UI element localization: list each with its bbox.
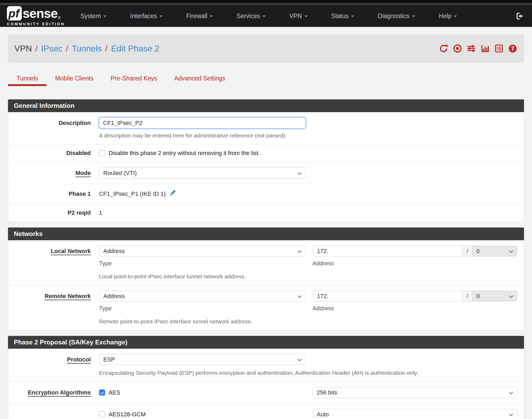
menu-label: System	[80, 13, 101, 20]
p2-reqid-label: P2 reqid	[8, 209, 91, 216]
page-content: VPN / IPsec / Tunnels / Edit Phase 2	[0, 27, 532, 419]
section-body-general: Description A description may be entered…	[8, 112, 524, 222]
chevron-down-icon	[351, 15, 354, 17]
stop-circle-icon[interactable]	[453, 44, 462, 53]
local-network-line: Address / 0	[99, 246, 517, 257]
remote-network-control: Address / 0 Type	[99, 291, 524, 325]
chevron-down-icon	[509, 412, 513, 416]
tab-mobile-clients[interactable]: Mobile Clients	[47, 73, 102, 86]
menu-services[interactable]: Services	[237, 13, 266, 20]
remote-network-address-input[interactable]	[313, 291, 463, 302]
local-network-address-input[interactable]	[313, 246, 463, 257]
menu-label: Diagnostics	[378, 13, 410, 20]
remote-network-line: Address / 0	[99, 291, 517, 302]
chevron-down-icon	[509, 249, 513, 253]
menu-firewall[interactable]: Firewall	[186, 13, 213, 20]
menu-label: Firewall	[186, 13, 207, 20]
section-networks: Networks Local Network Address /	[8, 227, 524, 330]
aes128-gcm-key-length-value: Auto	[317, 411, 329, 418]
pfsense-logo[interactable]: pf sense ® COMMUNITY EDITION	[7, 6, 65, 26]
breadcrumb-tunnels[interactable]: Tunnels	[72, 44, 102, 54]
sliders-icon[interactable]	[467, 44, 476, 53]
chevron-down-icon	[210, 15, 213, 17]
remote-network-label: Remote Network	[44, 293, 91, 300]
sign-out-icon[interactable]	[516, 12, 524, 20]
address-caption: Address	[312, 260, 517, 267]
encryption-algorithms-label: Encryption Algorithms	[28, 389, 91, 397]
disabled-checkbox-label: Disable this phase 2 entry without remov…	[109, 150, 260, 157]
local-network-captions: Type Address	[99, 260, 517, 267]
chevron-down-icon	[298, 294, 302, 298]
description-help: A description may be entered here for ad…	[99, 132, 517, 139]
aes-key-length-select[interactable]: 256 bits	[312, 387, 517, 398]
phase1-row: Phase 1 CF1_IPsec_P1 (IKE ID 1)	[8, 184, 524, 204]
svg-text:?: ?	[511, 45, 514, 52]
brand-registered-mark: ®	[58, 16, 61, 20]
menu-help[interactable]: Help	[439, 13, 457, 20]
section-header-proposal: Phase 2 Proposal (SA/Key Exchange)	[8, 336, 524, 349]
mode-label: Mode	[76, 170, 91, 177]
local-network-type-select[interactable]: Address	[99, 246, 306, 257]
chevron-down-icon	[412, 15, 415, 17]
menu-interfaces[interactable]: Interfaces	[130, 13, 163, 20]
description-input[interactable]	[99, 117, 306, 128]
local-network-help: Local point-to-point IPsec interface tun…	[99, 273, 517, 280]
local-network-control: Address / 0 Type	[99, 246, 524, 280]
breadcrumb-separator: /	[35, 44, 38, 54]
protocol-label-wrap: Protocol	[8, 354, 91, 365]
breadcrumb-ipsec[interactable]: IPsec	[41, 44, 63, 54]
description-control: A description may be entered here for ad…	[99, 117, 524, 139]
section-header-general: General Information	[8, 99, 524, 112]
remote-network-cidr-select[interactable]: 0	[472, 291, 517, 302]
disabled-control: Disable this phase 2 entry without remov…	[99, 150, 524, 157]
remote-network-type-select[interactable]: Address	[99, 291, 306, 302]
mode-select-value: Routed (VTI)	[103, 170, 137, 177]
protocol-label: Protocol	[67, 356, 91, 364]
breadcrumb-edit-phase-2[interactable]: Edit Phase 2	[111, 44, 159, 54]
phase1-label: Phase 1	[8, 190, 91, 197]
type-caption: Type	[99, 305, 306, 312]
disabled-checkbox[interactable]	[99, 150, 105, 156]
protocol-select[interactable]: ESP	[99, 354, 306, 365]
tab-tunnels[interactable]: Tunnels	[8, 73, 47, 86]
encryption-aes-control: AES 256 bits	[99, 387, 524, 398]
remote-network-row: Remote Network Address / 0	[8, 285, 524, 330]
menu-diagnostics[interactable]: Diagnostics	[378, 13, 415, 20]
encryption-row-aes: Encryption Algorithms AES 256 bits	[8, 381, 524, 403]
aes-checkbox-label: AES	[109, 389, 120, 396]
mode-select[interactable]: Routed (VTI)	[99, 168, 306, 178]
local-network-cidr-select[interactable]: 0	[472, 246, 517, 257]
local-network-cidr-value: 0	[476, 248, 480, 255]
protocol-select-value: ESP	[103, 356, 115, 363]
phase1-control: CF1_IPsec_P1 (IKE ID 1)	[99, 189, 524, 198]
protocol-control: ESP Encapsulating Security Payload (ESP)…	[99, 354, 524, 376]
edit-pencil-icon[interactable]	[169, 189, 176, 198]
refresh-icon[interactable]	[439, 44, 448, 53]
aes128-gcm-checkbox[interactable]	[99, 411, 105, 417]
encryption-aes128gcm-control: AES128-GCM Auto	[99, 409, 524, 419]
chevron-down-icon	[103, 15, 106, 17]
section-body-networks: Local Network Address / 0	[8, 240, 524, 330]
aes-key-length-value: 256 bits	[317, 389, 337, 396]
help-icon[interactable]: ?	[508, 44, 517, 53]
mode-control: Routed (VTI)	[99, 168, 524, 178]
local-network-label-wrap: Local Network	[8, 246, 91, 257]
list-icon[interactable]	[494, 44, 503, 53]
aes-checkbox[interactable]	[99, 389, 105, 396]
aes128-gcm-key-length-select[interactable]: Auto	[312, 409, 517, 419]
section-header-networks: Networks	[8, 227, 524, 240]
remote-network-address-group: / 0	[313, 291, 517, 302]
menu-label: Interfaces	[130, 13, 157, 20]
description-row: Description A description may be entered…	[8, 112, 524, 144]
brand-row: pf sense ®	[7, 6, 65, 21]
menu-vpn[interactable]: VPN	[289, 13, 307, 20]
page-action-icons: ?	[439, 44, 517, 53]
cidr-separator: /	[462, 246, 472, 257]
menu-system[interactable]: System	[80, 13, 106, 20]
bar-chart-icon[interactable]	[481, 44, 489, 53]
menu-status[interactable]: Status	[331, 13, 354, 20]
tab-pre-shared-keys[interactable]: Pre-Shared Keys	[102, 73, 166, 86]
local-network-type-value: Address	[103, 248, 125, 255]
encryption-label-wrap: Encryption Algorithms	[8, 389, 91, 396]
tab-advanced-settings[interactable]: Advanced Settings	[166, 73, 234, 86]
